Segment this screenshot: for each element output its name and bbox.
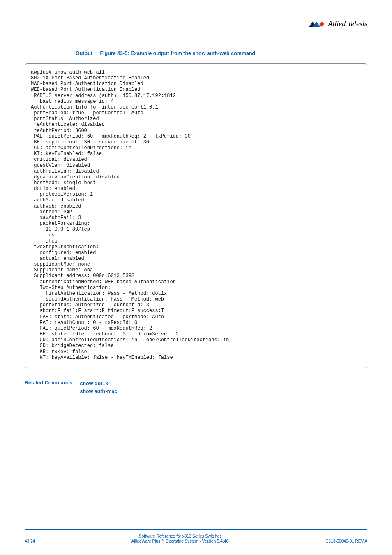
trademark-icon: TM [160,539,164,541]
header-brand: Allied Telesis [309,20,367,28]
brand-name: Allied Telesis [328,20,367,28]
page-footer: 43.74 Software Reference for x310 Series… [25,534,367,543]
footer-page-ref: 43.74 [25,539,35,543]
code-output-text: awplus# show auth-web all 802.1X Port-Ba… [31,69,361,361]
brand-logo-icon [309,21,325,28]
related-commands-label: Related Commands [25,380,78,386]
code-output-box: awplus# show auth-web all 802.1X Port-Ba… [25,63,367,368]
footer-center: Software Reference for x310 Series Switc… [35,534,325,543]
footer-product-suffix: Operating System - Version 5.4.4C [164,539,229,543]
output-label: Output [76,51,92,56]
svg-point-2 [320,22,324,26]
related-link-show-dot1x[interactable]: show dot1x [80,380,117,388]
footer-product-prefix: AlliedWare Plus [131,539,160,543]
footer-divider [25,529,367,530]
figure-title: Figure 43-5: Example output from the sho… [100,51,255,56]
header-divider [25,39,367,39]
output-heading-row: Output Figure 43-5: Example output from … [25,49,367,57]
footer-title: Software Reference for x310 Series Switc… [35,534,325,539]
related-commands-row: Related Commands show dot1x show auth-ma… [25,380,367,395]
related-link-show-auth-mac[interactable]: show auth-mac [80,388,117,395]
footer-subtitle: AlliedWare PlusTM Operating System - Ver… [35,539,325,543]
footer-doc-ref: C613-50046-01 REV A [325,539,367,543]
